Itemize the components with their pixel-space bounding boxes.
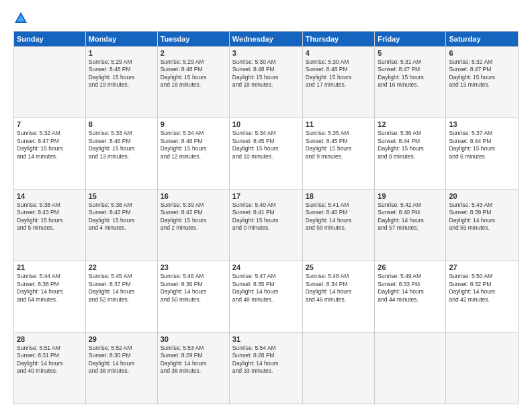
calendar-cell: 13Sunrise: 5:37 AM Sunset: 8:44 PM Dayli… [446, 118, 519, 189]
week-row-3: 14Sunrise: 5:38 AM Sunset: 8:43 PM Dayli… [14, 189, 519, 261]
header [13, 11, 519, 26]
calendar-cell: 7Sunrise: 5:32 AM Sunset: 8:47 PM Daylig… [14, 118, 86, 189]
calendar-cell [375, 332, 446, 404]
cell-info: Sunrise: 5:38 AM Sunset: 8:42 PM Dayligh… [89, 201, 154, 232]
cell-info: Sunrise: 5:38 AM Sunset: 8:43 PM Dayligh… [17, 201, 83, 232]
calendar-cell: 22Sunrise: 5:45 AM Sunset: 8:37 PM Dayli… [85, 261, 157, 332]
day-number: 15 [89, 192, 154, 200]
day-number: 12 [378, 120, 443, 128]
week-row-5: 28Sunrise: 5:51 AM Sunset: 8:31 PM Dayli… [14, 332, 519, 404]
cell-info: Sunrise: 5:41 AM Sunset: 8:40 PM Dayligh… [306, 201, 372, 232]
cell-info: Sunrise: 5:31 AM Sunset: 8:47 PM Dayligh… [378, 58, 443, 89]
cell-info: Sunrise: 5:39 AM Sunset: 8:42 PM Dayligh… [161, 201, 226, 232]
calendar-cell: 31Sunrise: 5:54 AM Sunset: 8:28 PM Dayli… [229, 332, 302, 404]
day-number: 24 [232, 263, 300, 271]
calendar-cell: 15Sunrise: 5:38 AM Sunset: 8:42 PM Dayli… [85, 189, 157, 261]
logo [13, 11, 31, 26]
calendar-cell: 2Sunrise: 5:29 AM Sunset: 8:48 PM Daylig… [157, 47, 229, 118]
day-number: 19 [378, 192, 443, 200]
calendar-cell [446, 332, 519, 404]
cell-info: Sunrise: 5:37 AM Sunset: 8:44 PM Dayligh… [449, 130, 515, 161]
day-number: 22 [89, 263, 154, 271]
calendar-cell: 8Sunrise: 5:33 AM Sunset: 8:46 PM Daylig… [85, 118, 157, 189]
calendar-cell: 12Sunrise: 5:36 AM Sunset: 8:44 PM Dayli… [375, 118, 446, 189]
cell-info: Sunrise: 5:30 AM Sunset: 8:48 PM Dayligh… [306, 58, 372, 89]
calendar-cell: 5Sunrise: 5:31 AM Sunset: 8:47 PM Daylig… [375, 47, 446, 118]
calendar-cell [14, 47, 86, 118]
cell-info: Sunrise: 5:51 AM Sunset: 8:31 PM Dayligh… [17, 345, 83, 375]
day-number: 13 [449, 120, 515, 128]
calendar-cell: 19Sunrise: 5:42 AM Sunset: 8:40 PM Dayli… [375, 189, 446, 261]
day-number: 1 [89, 49, 154, 57]
day-header-wednesday: Wednesday [229, 32, 302, 47]
calendar-cell: 6Sunrise: 5:32 AM Sunset: 8:47 PM Daylig… [446, 47, 519, 118]
calendar-cell: 17Sunrise: 5:40 AM Sunset: 8:41 PM Dayli… [229, 189, 302, 261]
calendar-cell: 26Sunrise: 5:49 AM Sunset: 8:33 PM Dayli… [375, 261, 446, 332]
cell-info: Sunrise: 5:53 AM Sunset: 8:29 PM Dayligh… [161, 345, 226, 375]
cell-info: Sunrise: 5:35 AM Sunset: 8:45 PM Dayligh… [306, 130, 372, 161]
day-number: 2 [161, 49, 226, 57]
day-number: 23 [161, 263, 226, 271]
week-row-1: 1Sunrise: 5:29 AM Sunset: 8:48 PM Daylig… [14, 47, 519, 118]
day-header-sunday: Sunday [14, 32, 86, 47]
calendar-cell: 1Sunrise: 5:29 AM Sunset: 8:48 PM Daylig… [85, 47, 157, 118]
calendar-cell: 27Sunrise: 5:50 AM Sunset: 8:32 PM Dayli… [446, 261, 519, 332]
calendar-cell: 24Sunrise: 5:47 AM Sunset: 8:35 PM Dayli… [229, 261, 302, 332]
day-header-saturday: Saturday [446, 32, 519, 47]
cell-info: Sunrise: 5:29 AM Sunset: 8:48 PM Dayligh… [89, 58, 154, 89]
cell-info: Sunrise: 5:32 AM Sunset: 8:47 PM Dayligh… [449, 58, 515, 89]
calendar-table: SundayMondayTuesdayWednesdayThursdayFrid… [13, 31, 519, 404]
day-number: 10 [232, 120, 300, 128]
calendar-cell: 10Sunrise: 5:34 AM Sunset: 8:45 PM Dayli… [229, 118, 302, 189]
cell-info: Sunrise: 5:34 AM Sunset: 8:46 PM Dayligh… [161, 130, 226, 161]
day-number: 16 [161, 192, 226, 200]
calendar-cell: 4Sunrise: 5:30 AM Sunset: 8:48 PM Daylig… [302, 47, 375, 118]
week-row-2: 7Sunrise: 5:32 AM Sunset: 8:47 PM Daylig… [14, 118, 519, 189]
calendar-cell: 20Sunrise: 5:43 AM Sunset: 8:39 PM Dayli… [446, 189, 519, 261]
day-number: 3 [232, 49, 300, 57]
day-header-monday: Monday [85, 32, 157, 47]
cell-info: Sunrise: 5:29 AM Sunset: 8:48 PM Dayligh… [161, 58, 226, 89]
calendar-cell: 29Sunrise: 5:52 AM Sunset: 8:30 PM Dayli… [85, 332, 157, 404]
calendar-cell: 21Sunrise: 5:44 AM Sunset: 8:38 PM Dayli… [14, 261, 86, 332]
logo-icon [13, 11, 28, 26]
day-number: 14 [17, 192, 83, 200]
day-number: 17 [232, 192, 300, 200]
day-number: 7 [17, 120, 83, 128]
cell-info: Sunrise: 5:40 AM Sunset: 8:41 PM Dayligh… [232, 201, 300, 232]
calendar-cell: 18Sunrise: 5:41 AM Sunset: 8:40 PM Dayli… [302, 189, 375, 261]
cell-info: Sunrise: 5:49 AM Sunset: 8:33 PM Dayligh… [378, 273, 443, 304]
day-number: 8 [89, 120, 154, 128]
day-number: 4 [306, 49, 372, 57]
day-number: 29 [89, 335, 154, 343]
calendar-cell: 9Sunrise: 5:34 AM Sunset: 8:46 PM Daylig… [157, 118, 229, 189]
cell-info: Sunrise: 5:32 AM Sunset: 8:47 PM Dayligh… [17, 130, 83, 161]
day-number: 30 [161, 335, 226, 343]
day-number: 5 [378, 49, 443, 57]
day-number: 25 [306, 263, 372, 271]
day-number: 9 [161, 120, 226, 128]
calendar-cell: 23Sunrise: 5:46 AM Sunset: 8:36 PM Dayli… [157, 261, 229, 332]
cell-info: Sunrise: 5:44 AM Sunset: 8:38 PM Dayligh… [17, 273, 83, 304]
day-number: 26 [378, 263, 443, 271]
cell-info: Sunrise: 5:33 AM Sunset: 8:46 PM Dayligh… [89, 130, 154, 161]
cell-info: Sunrise: 5:54 AM Sunset: 8:28 PM Dayligh… [232, 345, 300, 375]
day-header-thursday: Thursday [302, 32, 375, 47]
week-row-4: 21Sunrise: 5:44 AM Sunset: 8:38 PM Dayli… [14, 261, 519, 332]
day-number: 20 [449, 192, 515, 200]
cell-info: Sunrise: 5:34 AM Sunset: 8:45 PM Dayligh… [232, 130, 300, 161]
day-header-tuesday: Tuesday [157, 32, 229, 47]
day-number: 6 [449, 49, 515, 57]
calendar-cell: 14Sunrise: 5:38 AM Sunset: 8:43 PM Dayli… [14, 189, 86, 261]
cell-info: Sunrise: 5:42 AM Sunset: 8:40 PM Dayligh… [378, 201, 443, 232]
day-number: 21 [17, 263, 83, 271]
day-number: 11 [306, 120, 372, 128]
day-number: 18 [306, 192, 372, 200]
calendar-cell: 25Sunrise: 5:48 AM Sunset: 8:34 PM Dayli… [302, 261, 375, 332]
calendar-cell: 16Sunrise: 5:39 AM Sunset: 8:42 PM Dayli… [157, 189, 229, 261]
calendar-cell [302, 332, 375, 404]
page: SundayMondayTuesdayWednesdayThursdayFrid… [0, 0, 532, 411]
cell-info: Sunrise: 5:47 AM Sunset: 8:35 PM Dayligh… [232, 273, 300, 304]
cell-info: Sunrise: 5:46 AM Sunset: 8:36 PM Dayligh… [161, 273, 226, 304]
day-header-friday: Friday [375, 32, 446, 47]
